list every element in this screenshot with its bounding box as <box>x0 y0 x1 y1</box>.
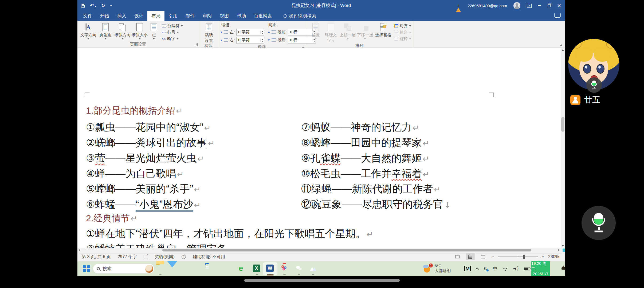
minimize-button[interactable] <box>538 5 541 6</box>
zoom-slider[interactable] <box>498 257 538 257</box>
orientation-button[interactable]: 纸张方向 <box>114 22 131 39</box>
volume-icon[interactable] <box>513 267 519 271</box>
page-setup-dialog-launcher-icon[interactable] <box>195 43 198 46</box>
columns-button[interactable]: 栏 <box>148 22 159 39</box>
meeting-app-icon[interactable] <box>309 264 317 272</box>
tab-file[interactable]: 文件 <box>79 11 96 21</box>
save-icon[interactable] <box>81 4 85 8</box>
im-tray-icon[interactable]: M <box>464 266 471 271</box>
weather-widget[interactable]: 1 6°C大部晴朗 <box>423 263 451 273</box>
language-indicator[interactable]: 英语(美国) <box>155 254 175 260</box>
account-avatar[interactable] <box>513 2 520 9</box>
store-icon[interactable] <box>203 264 211 272</box>
start-button[interactable] <box>83 265 91 273</box>
close-button[interactable]: ✕ <box>557 3 561 9</box>
word-icon[interactable]: W <box>266 264 274 272</box>
vertical-scrollbar[interactable] <box>561 48 565 248</box>
scroll-left-icon[interactable] <box>78 249 80 251</box>
selection-pane-button[interactable]: 选择窗格 <box>374 22 392 38</box>
paper-size-button[interactable]: 纸张大小 <box>131 22 148 39</box>
text-cursor <box>207 137 207 148</box>
text-direction-button[interactable]: A文字方向 <box>80 22 97 39</box>
print-layout-button[interactable] <box>466 253 475 260</box>
tab-design[interactable]: 设计 <box>130 11 147 21</box>
tab-home[interactable]: 开始 <box>96 11 113 21</box>
vertical-scroll-thumb[interactable] <box>561 117 564 132</box>
clock-widget[interactable]: 19:20 周二 2025/1/7 <box>531 261 550 276</box>
indent-left-input[interactable]: 0 字符 <box>236 29 264 35</box>
spin-up-icon[interactable] <box>262 31 263 32</box>
zoom-level[interactable]: 230% <box>548 254 559 259</box>
restore-button[interactable] <box>548 4 551 7</box>
spin-down-icon[interactable] <box>262 41 263 42</box>
spin-up-icon[interactable] <box>262 39 263 40</box>
spin-down-icon[interactable] <box>262 33 263 34</box>
customize-qat-icon[interactable] <box>110 5 112 6</box>
document-canvas[interactable]: 1.部分昆虫的概括介绍↵ ①瓢虫——花园中的“淑女”↵ ②蜣螂——粪球引出的故事… <box>77 48 565 248</box>
battery-icon[interactable] <box>524 267 530 270</box>
hyphenation-button[interactable]: bc-断字 <box>162 36 183 41</box>
wechat-icon[interactable] <box>295 264 303 272</box>
rings-app-icon[interactable] <box>280 264 288 272</box>
word-count[interactable]: 2977 个字 <box>117 254 137 260</box>
tab-view[interactable]: 视图 <box>216 11 233 21</box>
horizontal-scrollbar[interactable] <box>77 248 561 252</box>
scroll-right-icon[interactable] <box>558 249 560 251</box>
read-mode-button[interactable] <box>453 253 462 260</box>
indent-right-icon <box>221 39 222 41</box>
line-numbers-button[interactable]: 行号 <box>162 30 183 35</box>
mail-icon[interactable] <box>168 264 176 272</box>
bottom-scrollbar-thumb[interactable] <box>244 279 400 282</box>
ribbon-display-options-icon[interactable] <box>527 4 532 8</box>
tell-me-search[interactable]: 操作说明搜索 <box>284 11 316 21</box>
align-icon <box>394 24 398 28</box>
tab-review[interactable]: 审阅 <box>199 11 216 21</box>
indent-right-input[interactable]: 0 字符 <box>236 37 264 43</box>
tab-references[interactable]: 引用 <box>164 11 182 21</box>
comments-icon[interactable] <box>554 13 561 18</box>
tab-help[interactable]: 帮助 <box>233 11 250 21</box>
ie-icon[interactable]: e <box>239 264 247 272</box>
edge-icon[interactable] <box>180 264 189 272</box>
excel-icon[interactable]: X <box>253 264 261 272</box>
wifi-icon[interactable] <box>502 267 508 271</box>
sync-tray-icon[interactable]: ↻ <box>484 266 488 271</box>
collapse-ribbon-icon[interactable] <box>560 44 562 46</box>
align-button[interactable]: 对齐 <box>394 23 411 29</box>
lightbulb-icon <box>284 14 287 18</box>
weather-icon: 1 <box>423 263 432 273</box>
zoom-slider-thumb[interactable] <box>523 255 525 259</box>
warning-icon[interactable]: ! <box>456 3 461 8</box>
search-box[interactable]: 搜索 <box>93 264 154 274</box>
breaks-button[interactable]: 分隔符 <box>162 23 183 29</box>
explorer-icon[interactable] <box>156 264 164 272</box>
page-indicator[interactable]: 第 3 页, 共 6 页 <box>82 254 111 260</box>
proofing-status-icon[interactable] <box>144 255 148 259</box>
margins-button[interactable]: 页边距 <box>97 22 114 39</box>
scroll-up-icon[interactable] <box>562 49 564 51</box>
space-before-icon <box>268 31 270 33</box>
scroll-down-icon[interactable] <box>562 245 564 247</box>
zoom-out-button[interactable]: − <box>491 254 494 260</box>
doc-line: ②蜣螂——粪球引出的故事↵ <box>86 136 215 150</box>
manuscript-grid-icon <box>204 22 214 32</box>
photos-icon[interactable] <box>193 264 201 272</box>
redo-icon[interactable]: ↻ <box>101 3 105 9</box>
web-layout-icon <box>481 255 485 258</box>
ime-indicator[interactable]: 中 <box>493 266 497 272</box>
tab-baidu-netdisk[interactable]: 百度网盘 <box>250 11 276 21</box>
account-email[interactable]: 2269591409@qq.com <box>468 3 507 8</box>
tab-layout[interactable]: 布局 <box>147 11 164 21</box>
horizontal-scroll-thumb[interactable] <box>162 249 531 251</box>
search-highlight-image <box>145 265 153 273</box>
manuscript-setup-button[interactable]: 稿纸设置 <box>202 22 216 43</box>
zoom-in-button[interactable]: + <box>542 254 545 260</box>
accessibility-status[interactable]: 辅助功能: 不可用 <box>193 254 225 260</box>
tab-insert[interactable]: 插入 <box>113 11 130 21</box>
selection-pane-icon <box>379 22 388 32</box>
web-layout-button[interactable] <box>478 253 488 260</box>
undo-icon[interactable]: ↶ <box>90 3 96 9</box>
mute-toggle-button[interactable] <box>582 206 616 240</box>
tray-chevron-icon[interactable] <box>476 267 479 271</box>
tab-mailings[interactable]: 邮件 <box>182 11 199 21</box>
